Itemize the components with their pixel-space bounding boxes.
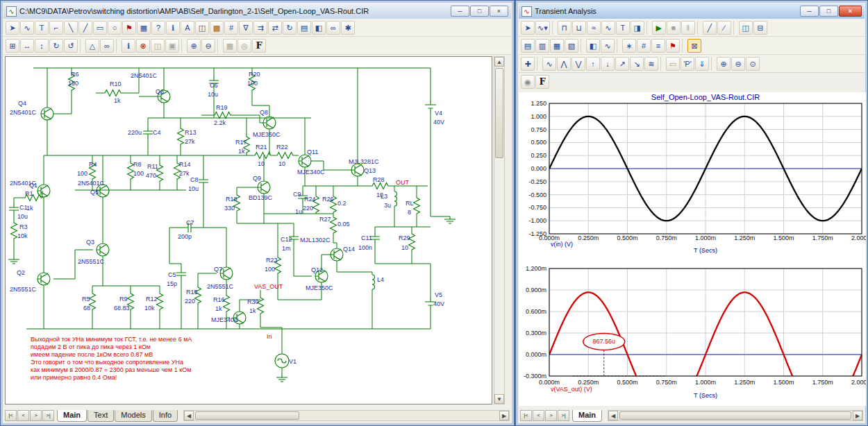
schematic-hscrollbar[interactable]: ◀ ▶: [183, 410, 510, 421]
wire-diagonal-icon[interactable]: ╲: [64, 21, 78, 35]
plots-area[interactable]: 0.000m0.250m0.500m0.750m1.000m1.250m1.50…: [519, 92, 866, 406]
mode-select-icon[interactable]: △: [85, 39, 99, 53]
pan-cursors-icon[interactable]: ✚: [521, 57, 535, 71]
analysis-titlebar[interactable]: ∿ Transient Analysis ─ □ ×: [519, 3, 865, 19]
text-box-icon[interactable]: A: [181, 21, 194, 35]
paste-icon[interactable]: ▣: [165, 39, 179, 53]
pan-icon[interactable]: ⊞: [6, 39, 19, 53]
trace-icon[interactable]: ∿: [601, 39, 615, 53]
settings-icon[interactable]: ✱: [341, 21, 355, 35]
tab-models[interactable]: Models: [115, 410, 151, 422]
top-icon[interactable]: ↑: [586, 57, 600, 71]
rotate-icon[interactable]: ↻: [283, 21, 297, 35]
text-icon[interactable]: T: [35, 21, 49, 35]
properties-icon[interactable]: ◨: [631, 21, 644, 35]
line-icon[interactable]: ╱: [78, 21, 92, 35]
tab-main[interactable]: Main: [572, 410, 602, 422]
page-nav-button-1[interactable]: <: [533, 410, 544, 421]
text-icon[interactable]: T: [616, 21, 630, 35]
wave-cursor-icon[interactable]: ∿: [542, 57, 556, 71]
tag-icon[interactable]: ⚑: [666, 39, 680, 53]
find-part-icon[interactable]: ∞: [326, 21, 340, 35]
peak-icon[interactable]: ⋀: [557, 57, 571, 71]
scroll-left-icon[interactable]: ◀: [608, 411, 618, 420]
node-numbers-icon[interactable]: #: [224, 21, 238, 35]
stripes-2-icon[interactable]: ▥: [535, 39, 549, 53]
stripes-3-icon[interactable]: ▦: [550, 39, 564, 53]
page-nav-button-3[interactable]: >|: [42, 410, 54, 421]
rectangle-icon[interactable]: ▭: [93, 21, 107, 35]
measurement-tag[interactable]: 867.56u: [592, 338, 615, 345]
find-icon[interactable]: ∞: [100, 39, 114, 53]
mirror-icon[interactable]: ⇄: [268, 21, 282, 35]
stop-icon[interactable]: ⊗: [136, 39, 150, 53]
zoom-in-icon[interactable]: ⊕: [187, 39, 201, 53]
measure-icon[interactable]: ∇: [239, 21, 253, 35]
scroll-left-icon[interactable]: ◀: [184, 411, 194, 420]
ruler-icon[interactable]: ≡: [651, 39, 665, 53]
stripes-4-icon[interactable]: ▧: [565, 39, 578, 53]
scope-wave-icon[interactable]: ≈: [587, 21, 601, 35]
page-nav-button-3[interactable]: >|: [558, 410, 569, 421]
schematic-canvas[interactable]: R61502N5401CQ6R101kC610uR20100R192.2kQ8M…: [5, 56, 492, 404]
cursor-line-icon[interactable]: ╱: [703, 21, 717, 35]
clipboard-text-icon[interactable]: ◫: [195, 21, 209, 35]
step-icon[interactable]: ⇉: [253, 21, 267, 35]
font-icon[interactable]: F: [535, 75, 549, 89]
minimize-button[interactable]: ─: [451, 6, 469, 17]
schematic-titlebar[interactable]: ∿ C:\MC9\DATA\Petrov\switching distortio…: [3, 3, 511, 19]
page-nav-button-2[interactable]: >: [545, 410, 557, 421]
zoom-in-icon[interactable]: ⊕: [717, 57, 731, 71]
pause-icon[interactable]: ‖: [681, 21, 695, 35]
stripes-1-icon[interactable]: ▤: [521, 39, 535, 53]
scope-step-icon[interactable]: ⊓: [558, 21, 571, 35]
component-menu-icon[interactable]: ∿▾: [535, 21, 550, 35]
globe-icon[interactable]: ◎: [237, 39, 251, 53]
xy-cursor-icon[interactable]: ⊠: [687, 39, 701, 53]
flip-v-icon[interactable]: ↕: [35, 39, 49, 53]
info-icon[interactable]: ℹ: [122, 39, 135, 53]
vscroll-thumb[interactable]: [495, 68, 503, 158]
goto-branch-icon[interactable]: ⇓: [695, 57, 709, 71]
scroll-up-icon[interactable]: ▲: [494, 57, 504, 67]
hscroll-thumb[interactable]: [195, 411, 299, 420]
tile-vertical-icon[interactable]: ⊟: [753, 21, 767, 35]
page-nav-button-1[interactable]: <: [17, 410, 29, 421]
help-mode-icon[interactable]: ?: [151, 21, 165, 35]
page-nav-button-2[interactable]: >: [30, 410, 42, 421]
p-key-icon[interactable]: 'P': [681, 57, 694, 71]
zoom-out-icon[interactable]: ⊖: [731, 57, 745, 71]
slope-down-icon[interactable]: ↘: [630, 57, 644, 71]
slope-up-icon[interactable]: ↗: [615, 57, 629, 71]
folder-icon[interactable]: ▭: [666, 57, 680, 71]
minimize-button[interactable]: ─: [800, 6, 819, 17]
numeric-output-icon[interactable]: #: [637, 39, 651, 53]
ripple-icon[interactable]: ≋: [644, 57, 658, 71]
tab-info[interactable]: Info: [153, 410, 178, 422]
page-nav-button-0[interactable]: |<: [520, 410, 532, 421]
grid-icon[interactable]: ▤: [297, 21, 311, 35]
scroll-down-icon[interactable]: ▼: [494, 394, 504, 404]
select-icon[interactable]: ➤: [6, 21, 19, 35]
zoom-out-icon[interactable]: ⊖: [201, 39, 215, 53]
panel-icon[interactable]: ◧: [586, 39, 600, 53]
scope-pulse-icon[interactable]: ⊔: [572, 21, 586, 35]
flag-icon[interactable]: ⚑: [122, 21, 136, 35]
wire-icon[interactable]: ⌐: [49, 21, 63, 35]
bottom-icon[interactable]: ↓: [601, 57, 615, 71]
valley-icon[interactable]: ⋁: [571, 57, 585, 71]
run-icon[interactable]: ▶: [652, 21, 666, 35]
info-mode-icon[interactable]: ℹ: [166, 21, 180, 35]
flip-h-icon[interactable]: ↔: [20, 39, 34, 53]
scroll-right-icon[interactable]: ▶: [853, 411, 862, 420]
tab-text[interactable]: Text: [87, 410, 114, 422]
maximize-button[interactable]: □: [470, 6, 489, 17]
hscroll-thumb[interactable]: [619, 411, 851, 420]
rotate-cw-icon[interactable]: ↻: [49, 39, 63, 53]
image-icon[interactable]: ▦: [223, 39, 237, 53]
close-button[interactable]: ×: [839, 6, 862, 17]
picture-icon[interactable]: ▦: [137, 21, 151, 35]
cursor-line-2-icon[interactable]: ∕: [717, 21, 731, 35]
stop-icon[interactable]: ■: [667, 21, 681, 35]
border-icon[interactable]: ◧: [312, 21, 326, 35]
